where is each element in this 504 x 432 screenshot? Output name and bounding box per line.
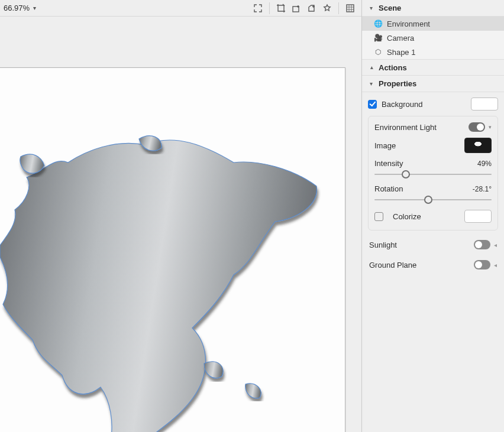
sunlight-toggle[interactable]	[474, 240, 490, 249]
env-light-toggle[interactable]	[469, 122, 485, 132]
intensity-group: Intensity 49%	[374, 159, 492, 178]
chevron-right-icon: ▸	[368, 64, 374, 70]
intensity-slider[interactable]	[374, 170, 492, 178]
colorize-label: Colorize	[393, 212, 464, 221]
add-star-icon[interactable]	[319, 1, 335, 15]
scene-list: 🌐 Environment 🎥 Camera ⬡ Shape 1	[362, 17, 504, 59]
intensity-label: Intensity	[374, 159, 477, 168]
ground-plane-label: Ground Plane	[369, 261, 474, 269]
camera-icon: 🎥	[374, 34, 382, 42]
background-checkbox[interactable]	[368, 100, 377, 109]
scene-item-label: Environment	[387, 20, 430, 28]
top-toolbar: 66.97% ▾	[0, 0, 361, 17]
rotation-value: -28.1°	[473, 185, 492, 193]
slider-thumb[interactable]	[402, 170, 410, 178]
actions-section-header[interactable]: ▸ Actions	[362, 59, 504, 76]
env-image-label: Image	[374, 141, 464, 150]
add-rect-icon[interactable]	[289, 1, 304, 15]
ground-plane-expand-icon[interactable]: ◂	[494, 262, 497, 268]
properties-section-label: Properties	[379, 79, 416, 88]
side-panel: ▾ Scene 🌐 Environment 🎥 Camera ⬡ Shape 1…	[362, 0, 504, 432]
colorize-color-swatch[interactable]	[464, 210, 492, 223]
environment-light-card: Environment Light ▾ Image Intensity 49%	[368, 116, 498, 230]
scene-item-camera[interactable]: 🎥 Camera	[362, 31, 504, 45]
chevron-down-icon: ▾	[33, 5, 36, 11]
scene-item-label: Shape 1	[387, 48, 415, 57]
fit-screen-icon[interactable]	[250, 1, 266, 15]
artboard	[0, 67, 345, 432]
env-light-toggle-menu[interactable]: ▾	[489, 124, 492, 130]
viewport[interactable]	[0, 17, 361, 432]
chevron-down-icon: ▾	[368, 5, 374, 11]
materials-icon[interactable]	[343, 1, 358, 15]
chevron-down-icon: ▾	[368, 80, 374, 87]
globe-icon: 🌐	[374, 20, 382, 28]
intensity-value: 49%	[477, 160, 492, 168]
add-shape-icon[interactable]	[304, 1, 319, 15]
background-label: Background	[382, 100, 471, 109]
env-image-thumb[interactable]	[464, 138, 492, 153]
rotation-slider[interactable]	[374, 196, 492, 204]
scene-item-shape[interactable]: ⬡ Shape 1	[362, 45, 504, 59]
actions-section-label: Actions	[379, 63, 407, 72]
cube-icon: ⬡	[374, 48, 382, 56]
zoom-dropdown[interactable]: 66.97% ▾	[0, 0, 40, 16]
background-row: Background	[368, 97, 498, 111]
scene-section-label: Scene	[379, 4, 401, 12]
properties-body: Background Environment Light ▾ Image Int…	[362, 92, 504, 279]
scene-item-label: Camera	[387, 34, 414, 43]
separator	[338, 2, 339, 14]
crop-rotate-icon[interactable]	[273, 1, 289, 15]
sunlight-label: Sunlight	[369, 241, 474, 249]
rotation-group: Rotation -28.1°	[374, 184, 492, 204]
separator	[269, 2, 270, 14]
background-color-swatch[interactable]	[471, 98, 498, 111]
sunlight-row: Sunlight ◂	[369, 238, 497, 252]
env-light-label: Environment Light	[374, 123, 469, 132]
scene-section-header[interactable]: ▾ Scene	[362, 0, 504, 17]
sunlight-expand-icon[interactable]: ◂	[494, 242, 497, 248]
tool-icons	[250, 0, 361, 16]
scene-item-environment[interactable]: 🌐 Environment	[362, 17, 504, 31]
colorize-checkbox[interactable]	[374, 212, 383, 221]
zoom-value: 66.97%	[4, 4, 30, 12]
canvas-area: 66.97% ▾	[0, 0, 362, 432]
svg-rect-1	[347, 5, 354, 12]
rotation-label: Rotation	[374, 184, 473, 193]
slider-thumb[interactable]	[424, 196, 432, 204]
colorize-row: Colorize	[374, 210, 492, 223]
ground-plane-row: Ground Plane ◂	[369, 258, 497, 272]
ground-plane-toggle[interactable]	[474, 260, 490, 269]
properties-section-header[interactable]: ▾ Properties	[362, 76, 504, 92]
